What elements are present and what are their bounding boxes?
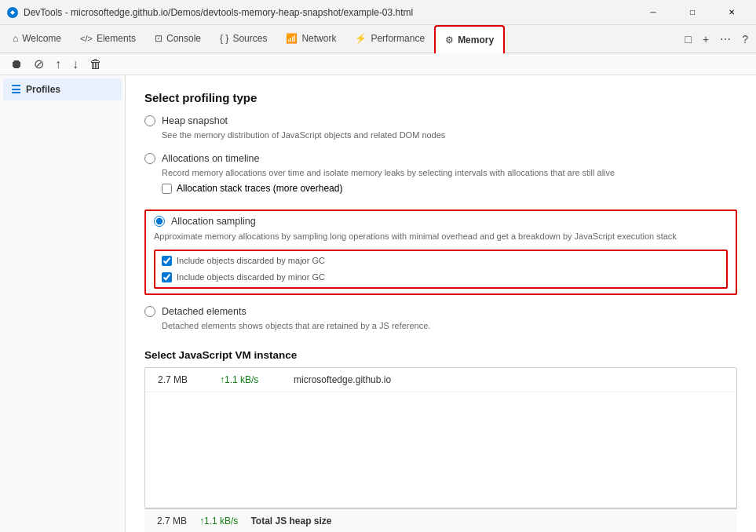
stack-traces-checkbox[interactable] [162,184,172,194]
vm-rate: ↑1.1 kB/s [220,374,275,385]
major-gc-checkbox[interactable] [162,256,172,266]
profiling-options: Heap snapshot See the memory distributio… [144,115,737,332]
vm-memory: 2.7 MB [158,374,201,385]
console-icon: ⊡ [155,33,163,44]
minor-gc-label[interactable]: Include objects discarded by minor GC [162,271,720,284]
add-tab-button[interactable]: + [698,30,714,49]
sidebar-profiles-icon: ☰ [11,83,21,96]
allocation-sampling-label-row: Allocation sampling [154,216,728,227]
record-button[interactable]: ⏺ [6,55,27,74]
allocation-sampling-checkboxes: Include objects discarded by major GC In… [154,250,728,289]
tab-elements[interactable]: </> Elements [71,25,145,53]
new-tab-button[interactable]: □ [681,30,696,49]
footer-label: Total JS heap size [250,516,331,527]
vm-section-title: Select JavaScript VM instance [144,349,737,361]
sidebar-profiles-item[interactable]: ☰ Profiles [3,78,122,100]
stop-button[interactable]: ⊘ [30,54,48,74]
vm-footer: 2.7 MB ↑1.1 kB/s Total JS heap size [144,508,737,532]
detached-elements-desc: Detached elements shows objects that are… [162,319,737,333]
heap-snapshot-radio[interactable] [144,115,155,126]
allocations-timeline-label[interactable]: Allocations on timeline [144,153,737,164]
minor-gc-checkbox[interactable] [162,272,172,282]
tab-memory[interactable]: ⚙ Memory [434,25,505,53]
detached-elements-option: Detached elements Detached elements show… [144,306,737,333]
footer-memory: 2.7 MB [157,516,187,527]
heap-snapshot-label[interactable]: Heap snapshot [144,115,737,126]
clear-button[interactable]: ↑ [51,55,65,74]
window-controls: ─ □ ✕ [635,0,750,25]
allocations-timeline-option: Allocations on timeline Record memory al… [144,153,737,195]
vm-instance-row[interactable]: 2.7 MB ↑1.1 kB/s microsoftedge.github.io [145,368,736,392]
allocations-timeline-radio[interactable] [144,153,155,164]
tab-performance[interactable]: ⚡ Performance [345,25,434,53]
major-gc-label[interactable]: Include objects discarded by major GC [162,254,720,268]
app-icon [6,6,19,19]
sources-icon: { } [220,33,228,44]
stack-traces-row: Allocation stack traces (more overhead) [162,183,737,194]
vm-section: Select JavaScript VM instance 2.7 MB ↑1.… [144,349,737,532]
content-panel: Select profiling type Heap snapshot See … [126,75,756,532]
footer-rate: ↑1.1 kB/s [199,516,238,527]
titlebar: DevTools - microsoftedge.github.io/Demos… [0,0,756,25]
allocation-sampling-box: Allocation sampling Approximate memory a… [144,210,737,295]
vm-url: microsoftedge.github.io [294,374,391,385]
network-icon: 📶 [286,33,298,44]
tab-sources[interactable]: { } Sources [210,25,276,53]
allocation-sampling-label[interactable]: Allocation sampling [154,216,256,227]
stack-traces-label: Allocation stack traces (more overhead) [177,183,342,194]
sidebar-profiles-label: Profiles [26,84,60,95]
window-title: DevTools - microsoftedge.github.io/Demos… [24,7,630,18]
devtools-toolbar: ⏺ ⊘ ↑ ↓ 🗑 [0,53,756,75]
allocations-timeline-desc: Record memory allocations over time and … [162,166,737,180]
allocation-sampling-option: Allocation sampling Approximate memory a… [144,205,737,295]
maximize-button[interactable]: □ [674,0,710,25]
tab-network[interactable]: 📶 Network [276,25,345,53]
minimize-button[interactable]: ─ [635,0,671,25]
welcome-icon: ⌂ [13,33,18,44]
help-button[interactable]: ? [737,30,753,49]
detached-elements-label[interactable]: Detached elements [144,306,737,317]
tabbar: ⌂ Welcome </> Elements ⊡ Console { } Sou… [0,25,756,53]
more-tabs-button[interactable]: ⋯ [715,30,736,49]
main-area: ☰ Profiles Select profiling type Heap sn… [0,75,756,532]
heap-snapshot-option: Heap snapshot See the memory distributio… [144,115,737,142]
close-button[interactable]: ✕ [714,0,750,25]
detached-elements-radio[interactable] [144,306,155,317]
performance-icon: ⚡ [355,33,367,44]
section-title: Select profiling type [144,91,737,104]
tab-welcome[interactable]: ⌂ Welcome [3,25,71,53]
sidebar: ☰ Profiles [0,75,126,532]
tab-console[interactable]: ⊡ Console [145,25,210,53]
allocation-sampling-desc: Approximate memory allocations by sampli… [154,230,728,243]
memory-icon: ⚙ [445,35,454,46]
allocation-sampling-radio[interactable] [154,216,165,227]
vm-instance-table: 2.7 MB ↑1.1 kB/s microsoftedge.github.io [144,367,737,508]
tab-extras: □ + ⋯ ? [681,30,753,49]
elements-icon: </> [80,34,93,43]
heap-snapshot-desc: See the memory distribution of JavaScrip… [162,129,737,142]
delete-button[interactable]: 🗑 [86,55,106,74]
collect-garbage-button[interactable]: ↓ [68,55,82,74]
